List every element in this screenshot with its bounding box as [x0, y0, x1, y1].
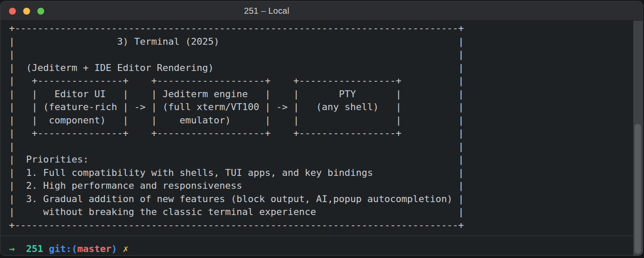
git-branch: master: [77, 243, 111, 254]
terminal-viewport[interactable]: +---------------------------------------…: [0, 21, 643, 236]
terminal-window: 251 – Local +---------------------------…: [0, 1, 643, 256]
git-prefix: git:(: [49, 243, 77, 254]
prompt-bar[interactable]: →251git:(master)✗: [0, 236, 633, 256]
close-button[interactable]: [9, 8, 16, 15]
prompt-cwd: 251: [26, 243, 43, 254]
shell-prompt: →251git:(master)✗: [9, 243, 128, 255]
scrollbar-thumb[interactable]: [635, 124, 641, 254]
scrollbar-track[interactable]: [633, 21, 643, 255]
window-title: 251 – Local: [244, 6, 289, 16]
terminal-output: +---------------------------------------…: [0, 21, 643, 232]
git-dirty-icon: ✗: [123, 243, 128, 254]
traffic-lights: [9, 8, 44, 15]
zoom-button[interactable]: [37, 8, 44, 15]
window-titlebar[interactable]: 251 – Local: [0, 1, 643, 21]
git-suffix: ): [111, 243, 117, 254]
prompt-arrow-icon: →: [9, 243, 15, 254]
minimize-button[interactable]: [23, 8, 30, 15]
